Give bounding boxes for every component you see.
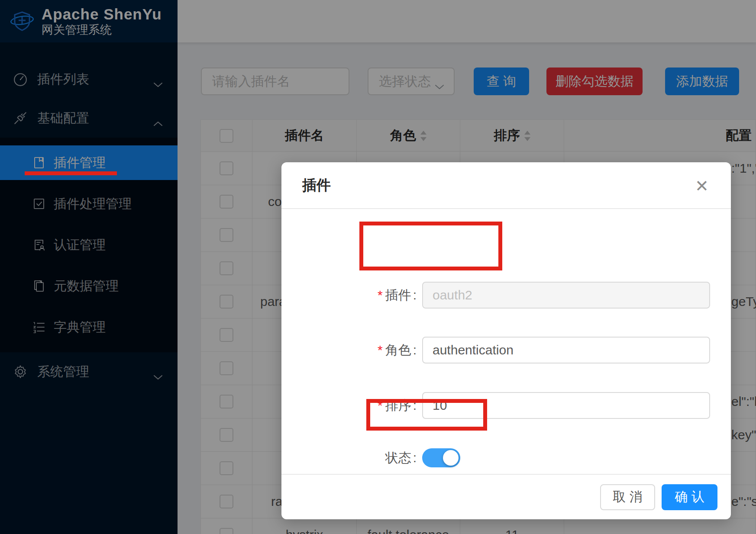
modal-title: 插件 — [302, 176, 331, 195]
form-row-role: *角色: — [281, 337, 731, 364]
role-field-label: 角色 — [385, 343, 411, 357]
app-root: Apache ShenYu 网关管理系统 插件列表 基础配置 — [0, 0, 756, 534]
sort-field-label: 排序 — [385, 398, 411, 412]
status-switch[interactable] — [422, 448, 460, 467]
form-row-sort: *排序: — [281, 392, 731, 419]
cancel-button[interactable]: 取 消 — [600, 484, 655, 510]
sort-field[interactable] — [422, 392, 710, 419]
plugin-field-label: 插件 — [385, 288, 411, 302]
plugin-name-field[interactable] — [422, 282, 710, 309]
modal-body: *插件: *角色: *排序: 状态: — [281, 209, 731, 473]
role-field[interactable] — [422, 337, 710, 364]
modal-header: 插件 ✕ — [281, 162, 731, 209]
form-row-plugin: *插件: — [281, 282, 731, 309]
required-asterisk: * — [378, 288, 383, 302]
close-icon[interactable]: ✕ — [691, 175, 713, 197]
modal-footer: 取 消 确 认 — [281, 474, 731, 519]
confirm-button[interactable]: 确 认 — [662, 484, 717, 510]
plugin-modal: 插件 ✕ *插件: *角色: *排序: 状态: 取 消 确 认 — [281, 162, 731, 519]
required-asterisk: * — [378, 343, 383, 357]
form-row-status: 状态: — [281, 448, 731, 467]
switch-knob — [443, 450, 459, 466]
required-asterisk: * — [378, 398, 383, 412]
status-field-label: 状态 — [385, 450, 411, 465]
